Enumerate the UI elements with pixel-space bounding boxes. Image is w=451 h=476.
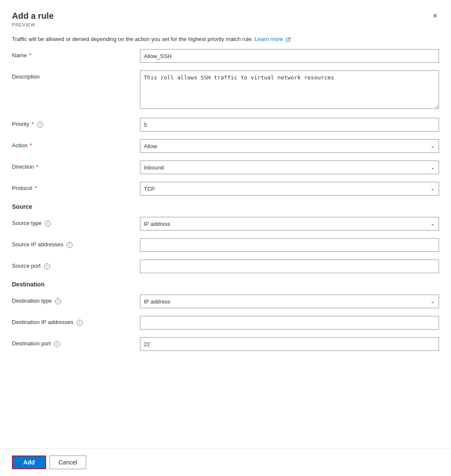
destination-type-select-wrap: IP address Service Tag Application secur… [140, 295, 439, 308]
destination-ip-row: Destination IP addresses i [12, 316, 439, 330]
destination-port-row: Destination port i [12, 337, 439, 351]
direction-row: Direction * Inbound Outbound ⌄ [12, 161, 439, 174]
destination-type-info-icon[interactable]: i [55, 298, 61, 304]
learn-more-link[interactable]: Learn more [255, 36, 291, 42]
close-button[interactable]: × [431, 10, 439, 21]
external-link-icon [285, 37, 291, 42]
action-control-wrap: Allow Deny ⌄ [140, 139, 439, 153]
destination-type-select[interactable]: IP address Service Tag Application secur… [140, 295, 439, 308]
protocol-row: Protocol * TCP UDP Any ICMP ⌄ [12, 182, 439, 196]
name-control-wrap [140, 49, 439, 63]
protocol-control-wrap: TCP UDP Any ICMP ⌄ [140, 182, 439, 196]
source-type-row: Source type i IP address Service Tag App… [12, 217, 439, 231]
source-type-label: Source type i [12, 217, 140, 227]
destination-port-label: Destination port i [12, 337, 140, 347]
action-select-wrap: Allow Deny ⌄ [140, 139, 439, 153]
source-ip-row: Source IP addresses i [12, 238, 439, 252]
info-text: Traffic will be allowed or denied depend… [12, 36, 253, 42]
direction-control-wrap: Inbound Outbound ⌄ [140, 161, 439, 174]
destination-port-control-wrap [140, 337, 439, 351]
name-input[interactable] [140, 49, 439, 63]
source-port-info-icon[interactable]: i [44, 263, 50, 269]
source-type-control-wrap: IP address Service Tag Application secur… [140, 217, 439, 231]
add-rule-panel: Add a rule PREVIEW × Traffic will be all… [0, 0, 451, 476]
action-select[interactable]: Allow Deny [140, 139, 439, 153]
protocol-required: * [33, 185, 37, 191]
description-label: Description [12, 70, 140, 80]
add-button[interactable]: Add [12, 456, 46, 469]
source-port-label: Source port i [12, 260, 140, 269]
source-ip-label: Source IP addresses i [12, 238, 140, 248]
panel-title: Add a rule [12, 10, 54, 21]
action-label: Action * [12, 139, 140, 149]
priority-input[interactable] [140, 118, 439, 131]
source-section-heading: Source [12, 203, 439, 210]
protocol-select[interactable]: TCP UDP Any ICMP [140, 182, 439, 196]
destination-type-control-wrap: IP address Service Tag Application secur… [140, 295, 439, 308]
destination-ip-control-wrap [140, 316, 439, 330]
description-row: Description This roll allows SSH traffic… [12, 70, 439, 110]
destination-port-input[interactable] [140, 337, 439, 351]
direction-select-wrap: Inbound Outbound ⌄ [140, 161, 439, 174]
description-control-wrap: This roll allows SSH traffic to virtual … [140, 70, 439, 110]
destination-ip-info-icon[interactable]: i [77, 320, 83, 326]
source-type-select-wrap: IP address Service Tag Application secur… [140, 217, 439, 231]
destination-type-label: Destination type i [12, 295, 140, 304]
destination-ip-input[interactable] [140, 316, 439, 330]
action-row: Action * Allow Deny ⌄ [12, 139, 439, 153]
priority-required: * [30, 121, 34, 127]
direction-select[interactable]: Inbound Outbound [140, 161, 439, 174]
panel-title-group: Add a rule PREVIEW [12, 10, 54, 27]
priority-label: Priority * i [12, 118, 140, 128]
source-port-input[interactable] [140, 260, 439, 273]
source-type-select[interactable]: IP address Service Tag Application secur… [140, 217, 439, 231]
description-input[interactable]: This roll allows SSH traffic to virtual … [140, 70, 439, 109]
destination-ip-label: Destination IP addresses i [12, 316, 140, 326]
direction-required: * [35, 164, 38, 170]
destination-section-heading: Destination [12, 281, 439, 288]
destination-port-info-icon[interactable]: i [54, 341, 60, 347]
action-required: * [28, 142, 32, 149]
source-ip-input[interactable] [140, 238, 439, 252]
form-content: Name * Description This roll allows SSH … [0, 49, 451, 448]
panel-subtitle: PREVIEW [12, 22, 54, 27]
destination-type-row: Destination type i IP address Service Ta… [12, 295, 439, 308]
panel-header: Add a rule PREVIEW × [0, 0, 451, 27]
panel-footer: Add Cancel [0, 448, 451, 476]
name-required: * [28, 52, 32, 58]
priority-info-icon[interactable]: i [37, 122, 43, 128]
source-port-control-wrap [140, 260, 439, 273]
cancel-button[interactable]: Cancel [49, 456, 86, 469]
source-ip-info-icon[interactable]: i [67, 242, 73, 248]
source-ip-control-wrap [140, 238, 439, 252]
source-type-info-icon[interactable]: i [45, 221, 51, 227]
protocol-label: Protocol * [12, 182, 140, 191]
priority-control-wrap [140, 118, 439, 131]
direction-label: Direction * [12, 161, 140, 170]
info-bar: Traffic will be allowed or denied depend… [0, 27, 451, 49]
source-port-row: Source port i [12, 260, 439, 273]
name-label: Name * [12, 49, 140, 58]
name-row: Name * [12, 49, 439, 63]
protocol-select-wrap: TCP UDP Any ICMP ⌄ [140, 182, 439, 196]
priority-row: Priority * i [12, 118, 439, 131]
